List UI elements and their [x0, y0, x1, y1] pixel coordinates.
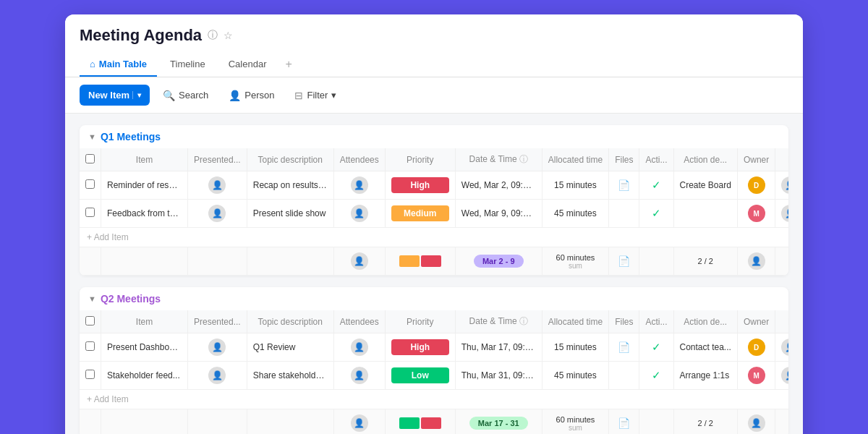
topic-cell: Present slide show [247, 200, 333, 228]
group-q1-header: ▼ Q1 Meetings [80, 125, 788, 148]
datetime-cell: Thu, Mar 17, 09:00 AM [455, 333, 542, 362]
search-button[interactable]: 🔍 Search [156, 85, 216, 106]
col-action-desc: Action de... [673, 310, 737, 333]
filter-button[interactable]: ⊟ Filter ▾ [287, 85, 344, 106]
priority-cell[interactable]: Low [385, 362, 455, 390]
col-datetime: Date & Time ⓘ [455, 148, 542, 171]
add-item-cell[interactable]: + Add Item [80, 390, 788, 409]
topic-cell: Recap on results an... [247, 171, 333, 200]
tab-main-table[interactable]: ⌂ Main Table [80, 53, 157, 77]
date-range-badge: Mar 2 - 9 [474, 255, 524, 268]
search-icon: 🔍 [163, 90, 175, 101]
file-icon: 📄 [618, 417, 630, 429]
col-owner: Owner [737, 310, 775, 333]
summary-row: 👤 Mar 17 - 31 60 minutes sum [80, 409, 788, 435]
q1-collapse-icon[interactable]: ▼ [88, 132, 96, 141]
action-desc-cell: Arrange 1:1s [673, 362, 737, 390]
action-desc-cell: Create Board [673, 171, 737, 200]
row-checkbox[interactable] [85, 370, 95, 379]
avatar: 👤 [208, 339, 226, 356]
mini-bars [391, 417, 449, 429]
title-row: Meeting Agenda ⓘ ☆ [80, 26, 788, 45]
tab-calendar[interactable]: Calendar [218, 53, 277, 77]
avatar: 👤 [351, 414, 368, 432]
tab-timeline[interactable]: Timeline [160, 53, 216, 77]
summary-date-range: Mar 17 - 31 [455, 409, 542, 435]
avatar: M [748, 367, 765, 384]
summary-row: 👤 Mar 2 - 9 60 minutes sum [80, 247, 788, 276]
presented-cell: 👤 [188, 200, 247, 228]
summary-bars [385, 409, 455, 435]
l-cell: 👤 [775, 362, 788, 390]
col-topic: Topic description [247, 148, 333, 171]
priority-cell[interactable]: High [385, 333, 455, 362]
person-button[interactable]: 👤 Person [221, 85, 281, 106]
table-row: Feedback from te... 👤 Present slide show… [80, 200, 788, 228]
table-row: Present Dashboar... 👤 Q1 Review 👤 High T… [80, 333, 788, 362]
attendees-cell: 👤 [333, 200, 385, 228]
new-item-button[interactable]: New Item ▾ [80, 85, 150, 106]
priority-badge: High [391, 177, 449, 193]
avatar: 👤 [351, 205, 368, 222]
group-q2-header: ▼ Q2 Meetings [80, 287, 788, 310]
filter-chevron: ▾ [331, 90, 336, 101]
col-presented: Presented... [188, 310, 247, 333]
col-l: L [775, 310, 788, 333]
priority-cell[interactable]: High [385, 171, 455, 200]
info-icon[interactable]: ⓘ [208, 29, 218, 42]
avatar: 👤 [208, 176, 226, 194]
action-desc-cell [673, 200, 737, 228]
row-checkbox[interactable] [85, 179, 95, 189]
summary-bars [385, 247, 455, 276]
row-checkbox[interactable] [85, 208, 95, 217]
priority-cell[interactable]: Medium [385, 200, 455, 228]
topic-cell: Q1 Review [247, 333, 333, 362]
attendees-cell: 👤 [333, 333, 385, 362]
allocated-cell: 45 minutes [542, 362, 608, 390]
item-name[interactable]: Present Dashboar... [101, 333, 188, 362]
summary-empty [247, 409, 333, 435]
item-name[interactable]: Stakeholder feed... [101, 362, 188, 390]
item-name[interactable]: Feedback from te... [101, 200, 188, 228]
row-checkbox[interactable] [85, 341, 95, 351]
summary-l [775, 409, 788, 435]
q1-header-row: Item Presented... Topic description Atte… [80, 148, 788, 171]
col-checkbox [80, 310, 101, 333]
check-icon: ✓ [652, 179, 661, 191]
group-q2: ▼ Q2 Meetings Item Presented... Topic de… [80, 287, 788, 434]
add-item-cell[interactable]: + Add Item [80, 228, 788, 247]
l-cell: 👤 [775, 333, 788, 362]
avatar: 👤 [351, 339, 368, 356]
add-item-row[interactable]: + Add Item [80, 390, 788, 409]
select-all-q2[interactable] [85, 316, 95, 326]
attendees-cell: 👤 [333, 171, 385, 200]
col-allocated: Allocated time [542, 148, 608, 171]
avatar: 👤 [781, 176, 788, 194]
avatar: 👤 [781, 367, 788, 384]
file-icon: 📄 [618, 179, 630, 191]
summary-empty [80, 247, 101, 276]
summary-empty [639, 409, 673, 435]
checkbox-cell [80, 362, 101, 390]
q2-table: Item Presented... Topic description Atte… [80, 310, 788, 434]
q2-collapse-icon[interactable]: ▼ [88, 294, 96, 303]
select-all-q1[interactable] [85, 154, 95, 163]
col-files: Files [609, 148, 639, 171]
col-item: Item [101, 310, 188, 333]
bar-medium [399, 255, 420, 267]
tab-add[interactable]: + [280, 52, 298, 77]
summary-l [775, 247, 788, 276]
item-name[interactable]: Reminder of resul... [101, 171, 188, 200]
col-allocated: Allocated time [542, 310, 608, 333]
star-icon[interactable]: ☆ [224, 30, 233, 41]
datetime-cell: Wed, Mar 9, 09:15 AM [455, 200, 542, 228]
presented-cell: 👤 [188, 362, 247, 390]
add-item-row[interactable]: + Add Item [80, 228, 788, 247]
col-files: Files [609, 310, 639, 333]
filter-icon: ⊟ [294, 90, 303, 101]
action-check-cell: ✓ [639, 171, 673, 200]
col-datetime: Date & Time ⓘ [455, 310, 542, 333]
action-check-cell: ✓ [639, 362, 673, 390]
col-acti: Acti... [639, 148, 673, 171]
app-container: Meeting Agenda ⓘ ☆ ⌂ Main Table Timeline… [65, 14, 803, 434]
